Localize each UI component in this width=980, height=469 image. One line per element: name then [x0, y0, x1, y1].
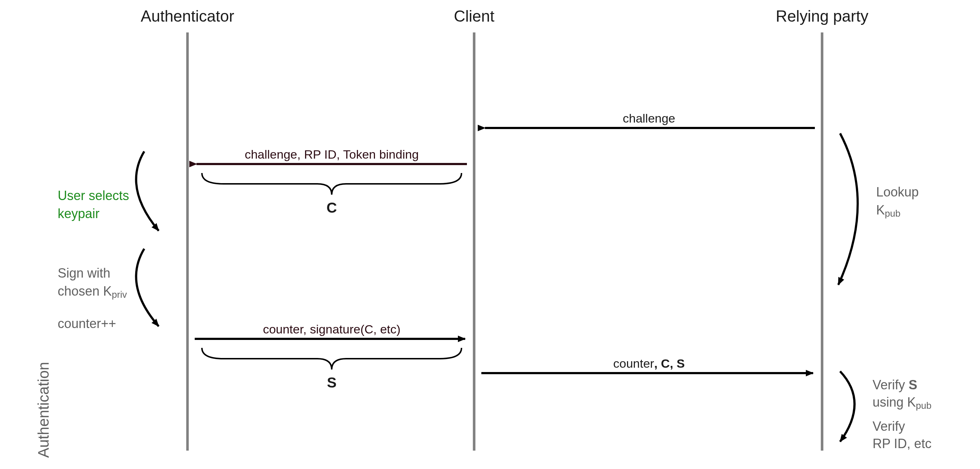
phase-label-authentication: Authentication	[35, 362, 52, 458]
header-relying-party: Relying party	[776, 7, 869, 25]
header-client: Client	[454, 7, 495, 25]
brace-s	[202, 348, 461, 369]
note-verify-3: Verify	[873, 419, 905, 434]
note-sign-1: Sign with	[58, 266, 110, 280]
curve-verify	[840, 371, 854, 442]
brace-label-c: C	[327, 200, 337, 216]
header-authenticator: Authenticator	[141, 7, 234, 25]
curve-user-selects	[136, 151, 159, 231]
sequence-diagram: Authenticator Client Relying party Authe…	[0, 0, 980, 469]
note-verify-2: using Kpub	[873, 395, 931, 411]
curve-lookup	[838, 134, 858, 285]
msg-client-to-auth: challenge, RP ID, Token binding	[245, 148, 419, 161]
note-verify-1: Verify S	[873, 377, 917, 392]
note-sign-2: chosen Kpriv	[58, 284, 127, 300]
note-verify-4: RP ID, etc	[873, 436, 931, 451]
note-counter: counter++	[58, 316, 116, 331]
msg-challenge: challenge	[623, 111, 675, 125]
note-lookup-2: Kpub	[876, 203, 900, 219]
note-user-selects-2: keypair	[58, 206, 100, 221]
note-lookup-1: Lookup	[876, 184, 919, 199]
curve-sign	[136, 249, 159, 326]
brace-c	[202, 173, 461, 195]
note-user-selects-1: User selects	[58, 188, 129, 203]
msg-client-to-rp: counter, C, S	[613, 356, 685, 370]
brace-label-s: S	[327, 375, 337, 390]
msg-auth-to-client: counter, signature(C, etc)	[263, 322, 401, 336]
